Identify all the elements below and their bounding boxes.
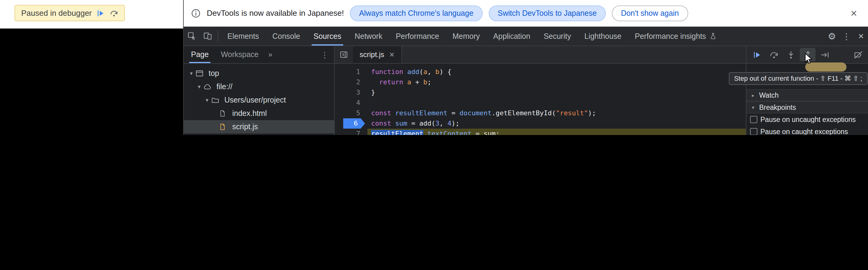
line-number-4[interactable]: 4 [335, 98, 368, 108]
switch-devtools-japanese-button[interactable]: Switch DevTools to Japanese [489, 5, 606, 21]
section-watch[interactable]: ▸Watch [746, 89, 868, 101]
code-line-5: 5const resultElement = document.getEleme… [335, 108, 746, 118]
frame-icon [195, 69, 206, 78]
tab-label: Application [493, 32, 530, 40]
resume-button[interactable] [749, 48, 765, 61]
editor-tab-close-icon[interactable]: ✕ [389, 51, 395, 59]
code-token [403, 78, 407, 86]
tab-network[interactable]: Network [348, 27, 389, 46]
navigator-tab-workspace[interactable]: Workspace [215, 46, 265, 63]
breakpoint-marker[interactable]: 6 [343, 118, 365, 129]
editor-tab-script-js[interactable]: script.js ✕ [353, 46, 402, 63]
navigator-pane: Page Workspace » ⋮ ▾top▾file://▾Users/us… [184, 46, 335, 135]
dont-show-again-button[interactable]: Don't show again [612, 5, 688, 21]
checkbox[interactable]: ✓ [750, 128, 757, 135]
navigator-overflow-chevrons[interactable]: » [265, 50, 276, 59]
step-over-icon[interactable] [110, 9, 119, 17]
tree-item-index-html[interactable]: index.html [184, 107, 334, 120]
tab-lighthouse[interactable]: Lighthouse [578, 27, 628, 46]
web-page-area: Paused in debugger [0, 0, 183, 135]
section-breakpoints[interactable]: ▾Breakpoints [746, 101, 868, 114]
navigator-header: Page Workspace » ⋮ [184, 46, 334, 64]
tab-security[interactable]: Security [537, 27, 578, 46]
line-number-1[interactable]: 1 [335, 67, 368, 77]
step-into-button[interactable] [783, 48, 799, 61]
line-number-6[interactable]: 6 [335, 118, 368, 129]
tab-sources[interactable]: Sources [307, 27, 348, 46]
tab-label: Security [544, 32, 571, 40]
checkbox-row-pause-on-uncaught-exceptions[interactable]: ✓Pause on uncaught exceptions [746, 114, 868, 126]
code-token: a [407, 78, 411, 86]
tab-elements[interactable]: Elements [221, 27, 266, 46]
tree-twisty-icon[interactable]: ▾ [203, 97, 211, 103]
code-token: 3 [435, 120, 439, 127]
more-options-icon[interactable]: ⋮ [839, 31, 854, 41]
tree-item-top[interactable]: ▾top [184, 67, 334, 80]
code-token: "result" [556, 109, 588, 117]
code-token: = [447, 109, 460, 117]
screenshot-stage: Paused in debugger DevTools is now avail… [0, 0, 868, 135]
code-token: b [423, 78, 427, 86]
code-token [371, 78, 379, 86]
line-number-7[interactable]: 7 [335, 129, 368, 135]
tab-memory[interactable]: Memory [446, 27, 487, 46]
tab-application[interactable]: Application [487, 27, 537, 46]
infobar-message: DevTools is now available in Japanese! [207, 8, 344, 18]
code-line-text: function add(a, b) { [368, 67, 746, 77]
tab-label: Console [272, 32, 300, 40]
checkbox[interactable]: ✓ [750, 116, 757, 123]
file-tree: ▾top▾file://▾Users/user/projectindex.htm… [184, 64, 334, 133]
code-token: ( [552, 109, 556, 117]
checkbox-row-pause-on-caught-exceptions[interactable]: ✓Pause on caught exceptions [746, 126, 868, 135]
step-button[interactable] [817, 48, 833, 61]
line-number-3[interactable]: 3 [335, 87, 368, 98]
inspect-element-icon[interactable] [184, 27, 199, 46]
settings-gear-icon[interactable]: ⚙ [825, 31, 839, 41]
code-line-text: const resultElement = document.getElemen… [368, 108, 746, 118]
device-toolbar-icon[interactable] [199, 27, 215, 46]
twisty-icon[interactable]: ▸ [750, 92, 756, 98]
infobar-close-icon[interactable]: ✕ [845, 8, 862, 18]
tab-performance[interactable]: Performance [389, 27, 446, 46]
code-token [403, 68, 407, 76]
tree-item-users-user-project[interactable]: ▾Users/user/project [184, 93, 334, 107]
code-token: a [423, 68, 427, 76]
code-token: document [459, 109, 492, 117]
tree-item-script-js[interactable]: script.js [184, 120, 334, 133]
code-token: = add( [407, 120, 435, 127]
language-infobar: DevTools is now available in Japanese! A… [184, 0, 868, 27]
line-number-2[interactable]: 2 [335, 77, 368, 87]
line-number-5[interactable]: 5 [335, 108, 368, 118]
code-token: + [411, 78, 424, 86]
deactivate-breakpoints-button[interactable] [850, 48, 866, 61]
devtools-close-icon[interactable]: ✕ [854, 32, 868, 40]
code-line-text: const sum = add(3, 4); [368, 118, 746, 129]
step-over-button[interactable] [766, 48, 782, 61]
twisty-icon[interactable]: ▾ [750, 104, 756, 110]
tree-twisty-icon[interactable]: ▾ [187, 70, 195, 77]
toggle-navigator-icon[interactable] [335, 46, 353, 63]
tree-twisty-icon[interactable]: ▾ [195, 84, 203, 90]
code-line-text: return a + b; [368, 77, 746, 87]
code-token: textContent [427, 130, 471, 135]
sources-panel: Page Workspace » ⋮ ▾top▾file://▾Users/us… [184, 46, 868, 135]
code-token: resultElement [395, 109, 447, 117]
editor-pane: script.js ✕ 1function add(a, b) {2 retur… [335, 46, 746, 135]
resume-script-icon[interactable] [97, 9, 105, 17]
code-line-7: 7resultElement.textContent = sum; [335, 129, 746, 135]
code-token: function [371, 68, 403, 76]
code-token: ) { [439, 68, 452, 76]
code-token: return [379, 78, 404, 86]
info-icon [191, 8, 201, 18]
tree-item-file[interactable]: ▾file:// [184, 80, 334, 93]
code-token [391, 109, 395, 117]
tab-performance-insights[interactable]: Performance insights [628, 27, 724, 46]
row-label: Pause on caught exceptions [761, 128, 848, 135]
navigator-tab-page[interactable]: Page [185, 46, 215, 63]
tab-label: Elements [227, 32, 259, 40]
toolbar-right-icons: ⚙ ⋮ ✕ [825, 27, 868, 46]
tab-console[interactable]: Console [266, 27, 307, 46]
code-token: add [407, 68, 419, 76]
match-chrome-language-button[interactable]: Always match Chrome's language [350, 5, 483, 21]
navigator-more-options-icon[interactable]: ⋮ [315, 50, 334, 59]
